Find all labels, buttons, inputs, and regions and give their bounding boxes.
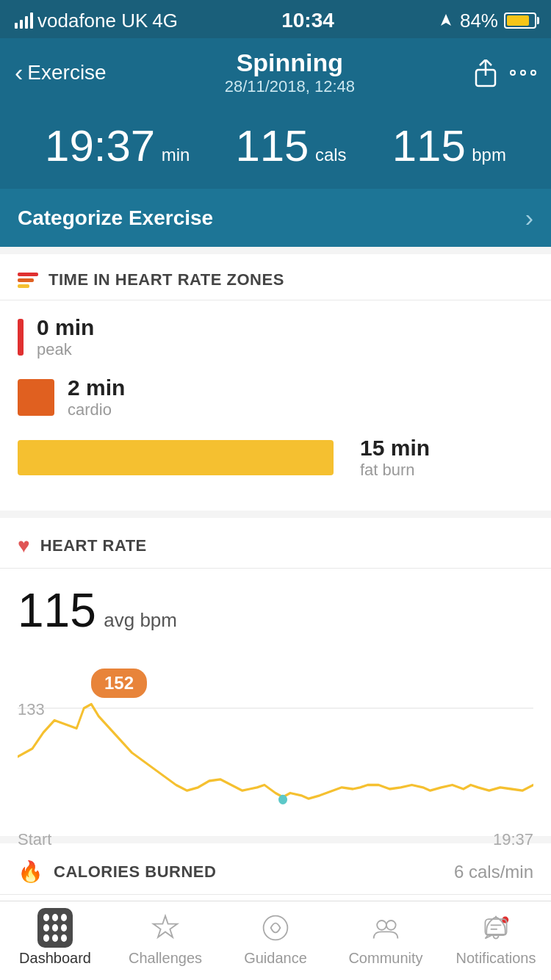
hr-section-header: ♥ HEART RATE [0,518,551,569]
fatburn-bar [18,440,334,475]
categorize-button[interactable]: Categorize Exercise › [0,189,551,247]
avg-bpm-unit: avg bpm [104,609,177,631]
header-center: Spinning 28/11/2018, 12:48 [225,48,355,96]
chart-y-label: 133 [18,700,45,719]
challenges-icon [148,910,183,945]
calories-value: 115 [235,121,309,170]
status-right: 84% [438,10,536,32]
divider [0,247,551,254]
svg-point-3 [278,795,287,804]
peak-indicator [18,319,24,356]
back-chevron-icon: ‹ [15,58,23,87]
svg-point-7 [386,920,396,930]
cardio-value: 2 min [68,375,125,400]
nav-notifications-label: Notifications [456,950,536,967]
dashboard-icon [37,910,73,945]
share-button[interactable] [473,60,497,86]
back-label: Exercise [27,61,106,84]
activity-subtitle: 28/11/2018, 12:48 [225,77,355,96]
nav-guidance-label: Guidance [244,950,307,967]
duration-value: 19:37 [45,121,155,170]
svg-marker-4 [154,916,178,937]
header-nav: ‹ Exercise Spinning 28/11/2018, 12:48 [0,38,551,107]
cardio-indicator [18,379,54,416]
fatburn-name: fat burn [360,461,430,480]
bpm-unit: bpm [472,145,506,165]
back-button[interactable]: ‹ Exercise [15,58,107,87]
bottom-nav: Dashboard Challenges Guidance Community [0,901,551,980]
peak-info: 0 min peak [37,315,94,359]
calories-unit: cals [315,145,347,165]
divider-2 [0,511,551,518]
nav-notifications[interactable]: Notifications [441,910,551,967]
stat-duration: 19:37 min [45,124,190,168]
zones-icon [18,273,38,288]
zones-section-title: TIME IN HEART RATE ZONES [48,270,284,289]
carrier-label: vodafone UK [37,10,148,32]
heart-rate-chart: 152 133 Start 19:37 [18,660,533,821]
zone-fatburn-row: 15 min fat burn [18,436,533,480]
fatburn-info: 15 min fat burn [360,436,430,480]
header-actions [473,60,536,86]
location-icon [438,12,454,29]
peak-name: peak [37,340,94,359]
flame-icon: 🔥 [18,860,43,884]
calories-section-title: CALORIES BURNED [54,862,444,882]
status-bar: vodafone UK 4G 10:34 84% [0,0,551,38]
cardio-info: 2 min cardio [68,375,125,419]
zone-cardio-row: 2 min cardio [18,375,533,419]
avg-bpm-value: 115 [18,584,96,637]
network-label: 4G [152,10,178,32]
battery-percent: 84% [460,10,498,32]
nav-challenges[interactable]: Challenges [110,910,220,967]
svg-point-5 [264,916,288,940]
nav-challenges-label: Challenges [129,950,202,967]
stat-calories: 115 cals [235,124,346,168]
bpm-value: 115 [392,121,466,170]
axis-start: Start [18,830,51,849]
fatburn-value: 15 min [360,436,430,461]
hr-content: 115 avg bpm 152 133 Start 19:37 [0,569,551,836]
guidance-icon [258,910,293,945]
chevron-right-icon: › [525,203,533,232]
status-left: vodafone UK 4G [15,10,178,32]
peak-value: 0 min [37,315,94,340]
calories-section-header: 🔥 CALORIES BURNED 6 cals/min [0,843,551,895]
time-label: 10:34 [281,9,334,32]
stats-section: 19:37 min 115 cals 115 bpm [0,107,551,189]
zones-section-header: TIME IN HEART RATE ZONES [0,254,551,300]
battery-fill [507,15,529,26]
duration-unit: min [162,145,190,165]
chart-axis: Start 19:37 [18,824,533,849]
nav-community[interactable]: Community [331,910,441,967]
zone-peak-row: 0 min peak [18,315,533,359]
activity-title: Spinning [225,48,355,77]
categorize-label: Categorize Exercise [18,206,213,230]
nav-guidance[interactable]: Guidance [220,910,331,967]
signal-bars [15,12,33,29]
hr-zone-rows: 0 min peak 2 min cardio 15 min fat burn [0,300,551,511]
heart-rate-zones-section: TIME IN HEART RATE ZONES 0 min peak 2 mi… [0,254,551,511]
notifications-icon [478,910,514,945]
nav-dashboard[interactable]: Dashboard [0,910,110,967]
nav-community-label: Community [348,950,422,967]
heart-icon: ♥ [18,534,30,558]
chart-tooltip: 152 [91,669,147,698]
battery-icon [504,12,536,29]
axis-end: 19:37 [493,830,533,849]
svg-point-6 [377,920,386,930]
more-button[interactable] [510,70,536,76]
hr-section-title: HEART RATE [40,536,147,555]
calories-rate: 6 cals/min [454,862,533,882]
cardio-name: cardio [68,400,125,419]
nav-dashboard-label: Dashboard [19,950,91,967]
heart-rate-section: ♥ HEART RATE 115 avg bpm 152 133 Start 1… [0,518,551,836]
stat-bpm: 115 bpm [392,124,506,168]
community-icon [368,910,403,945]
